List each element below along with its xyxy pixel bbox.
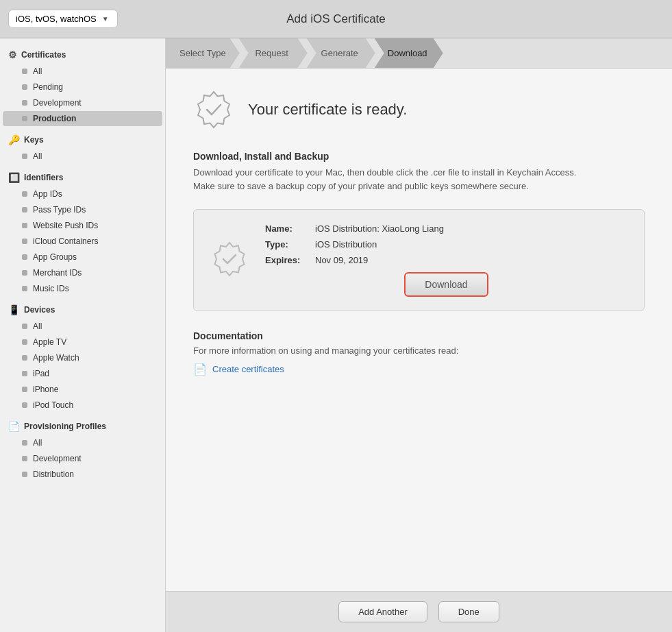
sidebar-item-icloud-containers[interactable]: iCloud Containers <box>3 234 162 249</box>
sidebar-item-development[interactable]: Development <box>3 95 162 110</box>
dot-icon <box>22 472 27 477</box>
platform-dropdown[interactable]: iOS, tvOS, watchOS ▼ <box>8 10 118 28</box>
sidebar-item-iphone[interactable]: iPhone <box>3 382 162 397</box>
documentation-heading: Documentation <box>193 330 645 341</box>
sidebar-item-music-ids[interactable]: Music IDs <box>3 281 162 296</box>
cert-expires-value: Nov 09, 2019 <box>315 255 368 265</box>
step-generate-label: Generate <box>321 48 358 58</box>
dot-icon <box>22 339 27 345</box>
sidebar-item-ipod-touch[interactable]: iPod Touch <box>3 398 162 413</box>
documentation-description: For more information on using and managi… <box>193 345 645 356</box>
sidebar-item-website-push-ids[interactable]: Website Push IDs <box>3 218 162 233</box>
download-certificate-button[interactable]: Download <box>404 272 488 297</box>
documentation-section: Documentation For more information on us… <box>193 330 645 376</box>
sidebar-item-dist-profiles[interactable]: Distribution <box>3 467 162 482</box>
download-btn-wrap: Download <box>265 272 627 297</box>
sidebar-section-header-identifiers: 🔲 Identifiers <box>0 168 165 186</box>
sidebar-section-label-provisioning: Provisioning Profiles <box>24 422 106 431</box>
dot-icon <box>22 100 27 106</box>
sidebar-item-all-profiles[interactable]: All <box>3 435 162 450</box>
sidebar-section-header-certificates: ⚙ Certificates <box>0 45 165 63</box>
dot-icon <box>22 371 27 376</box>
sidebar-section-label-keys: Keys <box>24 135 44 145</box>
sidebar-item-dev-profiles[interactable]: Development <box>3 451 162 466</box>
layout: ⚙ Certificates All Pending Development P… <box>0 38 672 632</box>
sidebar-section-devices: 📱 Devices All Apple TV Apple Watch iPad … <box>0 300 165 413</box>
cert-type-label: Type: <box>265 239 310 250</box>
sidebar-section-provisioning: 📄 Provisioning Profiles All Development … <box>0 417 165 482</box>
sidebar-item-all-devices[interactable]: All <box>3 319 162 334</box>
dot-icon <box>22 254 27 260</box>
create-certificates-link-text: Create certificates <box>212 364 284 374</box>
sidebar-item-ipad[interactable]: iPad <box>3 366 162 381</box>
cert-name-row: Name: iOS Distribution: XiaoLong Liang <box>265 223 627 234</box>
done-button[interactable]: Done <box>438 601 499 622</box>
download-install-desc2: Make sure to save a backup copy of your … <box>193 180 645 193</box>
sidebar: ⚙ Certificates All Pending Development P… <box>0 38 166 632</box>
sidebar-item-pending[interactable]: Pending <box>3 80 162 95</box>
sidebar-section-certificates: ⚙ Certificates All Pending Development P… <box>0 45 165 126</box>
page-title: Add iOS Certificate <box>286 12 386 26</box>
sidebar-item-app-ids[interactable]: App IDs <box>3 186 162 202</box>
sidebar-section-header-keys: 🔑 Keys <box>0 130 165 148</box>
cert-name-value: iOS Distribution: XiaoLong Liang <box>315 223 444 234</box>
provisioning-icon: 📄 <box>8 421 20 432</box>
dot-icon <box>22 387 27 392</box>
identifiers-icon: 🔲 <box>8 172 20 183</box>
sidebar-item-all-keys[interactable]: All <box>3 149 162 164</box>
steps-bar: Select Type Request Generate Download <box>166 38 672 69</box>
dot-icon <box>22 116 27 121</box>
step-request[interactable]: Request <box>239 38 308 68</box>
dot-icon <box>22 239 27 244</box>
sidebar-item-pass-type-ids[interactable]: Pass Type IDs <box>3 202 162 217</box>
sidebar-item-all-certs[interactable]: All <box>3 64 162 79</box>
document-icon: 📄 <box>193 363 207 376</box>
sidebar-section-keys: 🔑 Keys All <box>0 130 165 164</box>
sidebar-section-label-identifiers: Identifiers <box>24 173 63 182</box>
dot-icon <box>22 84 27 90</box>
dot-icon <box>22 324 27 329</box>
sidebar-section-label-devices: Devices <box>24 305 55 315</box>
cert-expires-label: Expires: <box>265 255 310 265</box>
step-select-type-label: Select Type <box>179 48 226 58</box>
cert-type-row: Type: iOS Distribution <box>265 239 627 250</box>
cert-ready-text: Your certificate is ready. <box>248 101 407 119</box>
cert-expires-row: Expires: Nov 09, 2019 <box>265 255 627 265</box>
sidebar-item-apple-tv[interactable]: Apple TV <box>3 335 162 350</box>
dot-icon <box>22 456 27 461</box>
sidebar-section-header-devices: 📱 Devices <box>0 300 165 318</box>
step-download-label: Download <box>388 48 427 58</box>
download-install-section: Download, Install and Backup Download yo… <box>193 151 645 193</box>
sidebar-section-header-provisioning: 📄 Provisioning Profiles <box>0 417 165 435</box>
keys-icon: 🔑 <box>8 134 20 145</box>
dot-icon <box>22 154 27 159</box>
sidebar-item-apple-watch[interactable]: Apple Watch <box>3 350 162 365</box>
sidebar-item-merchant-ids[interactable]: Merchant IDs <box>3 265 162 280</box>
chevron-down-icon: ▼ <box>102 15 109 23</box>
main-content: Your certificate is ready. Download, Ins… <box>166 69 672 591</box>
dot-icon <box>22 207 27 212</box>
cert-card: Name: iOS Distribution: XiaoLong Liang T… <box>193 209 645 311</box>
cert-name-label: Name: <box>265 223 310 234</box>
cert-badge-icon <box>193 89 234 130</box>
create-certificates-link[interactable]: 📄 Create certificates <box>193 363 645 376</box>
sidebar-item-production[interactable]: Production <box>3 111 162 126</box>
add-another-button[interactable]: Add Another <box>338 601 427 622</box>
dot-icon <box>22 270 27 276</box>
step-select-type[interactable]: Select Type <box>166 38 240 68</box>
sidebar-section-identifiers: 🔲 Identifiers App IDs Pass Type IDs Webs… <box>0 168 165 296</box>
download-install-desc1: Download your certificate to your Mac, t… <box>193 166 645 180</box>
cert-ready-section: Your certificate is ready. <box>193 89 645 130</box>
download-install-heading: Download, Install and Backup <box>193 151 645 162</box>
sidebar-item-app-groups[interactable]: App Groups <box>3 250 162 265</box>
dot-icon <box>22 286 27 291</box>
platform-dropdown-value: iOS, tvOS, watchOS <box>16 14 97 24</box>
dot-icon <box>22 355 27 361</box>
devices-icon: 📱 <box>8 304 20 315</box>
dot-icon <box>22 402 27 408</box>
step-generate[interactable]: Generate <box>307 38 375 68</box>
step-download[interactable]: Download <box>375 38 443 68</box>
cert-details: Name: iOS Distribution: XiaoLong Liang T… <box>265 223 627 297</box>
dot-icon <box>22 440 27 446</box>
cert-type-value: iOS Distribution <box>315 239 377 250</box>
